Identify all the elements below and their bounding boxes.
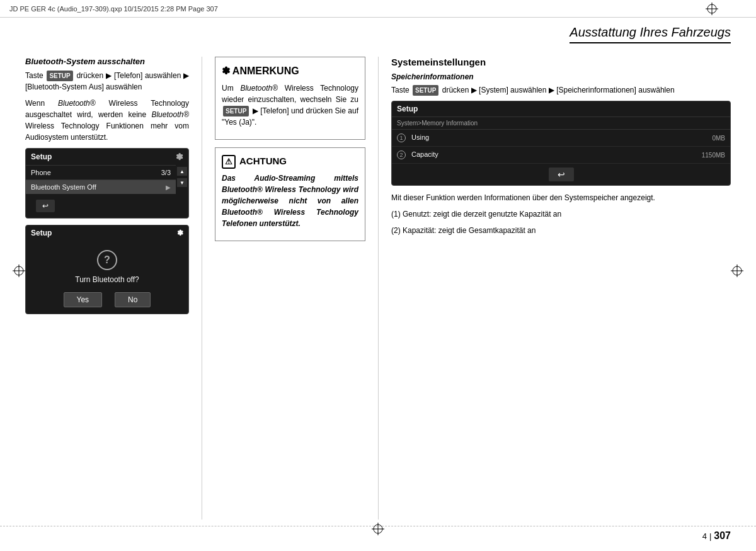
footer-page: 307 <box>714 530 731 542</box>
sys-row2-value: 1150MB <box>702 152 725 159</box>
crosshair-top <box>706 3 718 15</box>
left-section-title: Bluetooth-System ausschalten <box>25 57 189 66</box>
sys-screen-header: Setup <box>392 101 730 117</box>
warning-title-text: ACHTUNG <box>239 154 287 169</box>
note-title: ✽ ANMERKUNG <box>222 64 358 79</box>
page-footer: 4 | 307 <box>0 526 756 542</box>
bluetooth-icon-1: ✽ <box>176 152 183 162</box>
crosshair-right <box>731 264 743 277</box>
top-bar: JD PE GER 4c (Audio_197-309).qxp 10/15/2… <box>0 0 756 18</box>
sys-circle-1: 1 <box>397 133 406 142</box>
circle-2-num: 2 <box>399 152 403 158</box>
left-para1-start: Taste <box>25 71 43 80</box>
screen-mockup-2: Setup ✽ ? Turn Bluetooth off? Yes No <box>25 225 189 314</box>
sys-row1-label: Using <box>411 133 429 141</box>
note-title-text: ✽ ANMERKUNG <box>222 64 299 79</box>
sys-screen-row-using: 1 Using 0MB <box>392 130 730 147</box>
left-para2-italic: Bluetooth® <box>58 99 96 108</box>
dialog-no-btn[interactable]: No <box>115 292 151 307</box>
right-para2: Mit dieser Funktion werden Informationen… <box>391 192 731 203</box>
screen1-row1-page: 3/3 <box>161 169 171 176</box>
sys-row2-left: 2 Capacity <box>397 151 438 159</box>
sys-screen-subheader: System>Memory Information <box>392 117 730 130</box>
right-sub-title: Speicherinformationen <box>391 72 731 81</box>
right-para1-end: drücken ▶ [System] auswählen ▶ [Speicher… <box>442 86 675 94</box>
main-content: Bluetooth-System ausschalten Taste SETUP… <box>25 57 731 520</box>
left-para2: Wenn Bluetooth® Wireless Technology ausg… <box>25 98 189 143</box>
dialog-question-icon: ? <box>97 250 117 270</box>
scroll-down-btn-1[interactable]: ▼ <box>177 178 187 187</box>
left-para2-end2: Wireless Technology Funktionen mehr vom … <box>25 122 189 142</box>
sys-circle-2: 2 <box>397 151 406 159</box>
screen1-title: Setup <box>31 152 52 161</box>
screen1-arrow: ▶ <box>166 184 171 191</box>
screen1-back-area: ↩ <box>26 194 176 218</box>
mid-column: ✽ ANMERKUNG Um Bluetooth® Wireless Techn… <box>202 57 378 520</box>
screen1-back-btn[interactable]: ↩ <box>36 200 55 212</box>
warning-body: Das Audio-Streaming mittels Bluetooth® W… <box>222 173 358 229</box>
screen-mockup-1: Setup ✽ Phone 3/3 Bluetooth System Off ▶… <box>25 148 189 219</box>
screen1-row1-label: Phone <box>31 169 51 176</box>
right-para1-start: Taste <box>391 86 410 94</box>
item2-num: (2) <box>391 226 401 235</box>
warning-box: ⚠ ACHTUNG Das Audio-Streaming mittels Bl… <box>215 147 365 241</box>
screen2-title: Setup <box>31 229 52 237</box>
footer-chapter: 4 <box>702 531 707 541</box>
screen-main-area-1: Phone 3/3 Bluetooth System Off ▶ ↩ <box>26 165 176 218</box>
bluetooth-icon-2: ✽ <box>177 229 183 237</box>
right-main-title: Systemeinstellungen <box>391 57 731 67</box>
scroll-up-btn-1[interactable]: ▲ <box>177 167 187 176</box>
left-para2-start: Wenn <box>25 99 45 108</box>
setup-badge-note: SETUP <box>223 106 249 116</box>
right-column: Systemeinstellungen Speicherinformatione… <box>378 57 731 520</box>
setup-badge-right: SETUP <box>413 85 438 96</box>
setup-badge-1: SETUP <box>47 71 72 81</box>
left-para1: Taste SETUP drücken ▶ [Telefon] auswähle… <box>25 70 189 93</box>
dialog-yes-btn[interactable]: Yes <box>64 292 103 307</box>
screen-row-bluetooth-off: Bluetooth System Off ▶ <box>26 179 176 194</box>
footer-sep: | <box>709 531 711 541</box>
sys-screen-row-capacity: 2 Capacity 1150MB <box>392 147 730 164</box>
dialog-header: Setup ✽ <box>26 225 188 241</box>
warning-title: ⚠ ACHTUNG <box>222 154 358 169</box>
dialog-text: Turn Bluetooth off? <box>75 275 139 284</box>
left-column: Bluetooth-System ausschalten Taste SETUP… <box>25 57 202 520</box>
screen1-row2-label: Bluetooth System Off <box>31 183 96 191</box>
warning-icon: ⚠ <box>222 155 236 169</box>
item2-text: Kapazität: zeigt die Gesamtkapazität an <box>403 226 536 235</box>
sys-row1-value: 0MB <box>712 135 725 142</box>
crosshair-left <box>13 264 25 277</box>
note-text-start: Um <box>222 84 234 93</box>
sys-row2-label: Capacity <box>411 151 438 158</box>
scroll-area-1: ▲ ▼ <box>176 165 188 218</box>
right-para1: Taste SETUP drücken ▶ [System] auswählen… <box>391 84 731 96</box>
right-item1: (1) Genutzt: zeigt die derzeit genutzte … <box>391 208 731 220</box>
right-item2: (2) Kapazität: zeigt die Gesamtkapazität… <box>391 225 731 236</box>
note-box: ✽ ANMERKUNG Um Bluetooth® Wireless Techn… <box>215 57 365 140</box>
dialog-question-mark: ? <box>104 254 110 266</box>
page-title: Ausstattung Ihres Fahrzeugs <box>570 25 731 39</box>
left-para2-italic2: Bluetooth® <box>151 110 189 119</box>
screen-row-phone: Phone 3/3 <box>26 165 176 179</box>
sys-row1-left: 1 Using <box>397 133 429 142</box>
screen-body-row-1: Phone 3/3 Bluetooth System Off ▶ ↩ ▲ ▼ <box>26 165 188 218</box>
sys-screen-back: ↩ <box>392 164 730 185</box>
sys-screen: Setup System>Memory Information 1 Using … <box>391 101 731 186</box>
screen-header-1: Setup ✽ <box>26 149 188 165</box>
dialog-body: ? Turn Bluetooth off? Yes No <box>26 241 188 314</box>
note-body: Um Bluetooth® Wireless Technology wieder… <box>222 82 358 128</box>
item1-num: (1) <box>391 210 401 219</box>
item1-text: Genutzt: zeigt die derzeit genutzte Kapa… <box>403 210 561 219</box>
note-italic: Bluetooth® <box>240 84 278 93</box>
file-info: JD PE GER 4c (Audio_197-309).qxp 10/15/2… <box>9 5 747 13</box>
sys-back-btn[interactable]: ↩ <box>549 168 574 181</box>
circle-1-num: 1 <box>399 135 403 141</box>
page-header: Ausstattung Ihres Fahrzeugs <box>570 25 731 43</box>
dialog-buttons: Yes No <box>64 292 151 307</box>
